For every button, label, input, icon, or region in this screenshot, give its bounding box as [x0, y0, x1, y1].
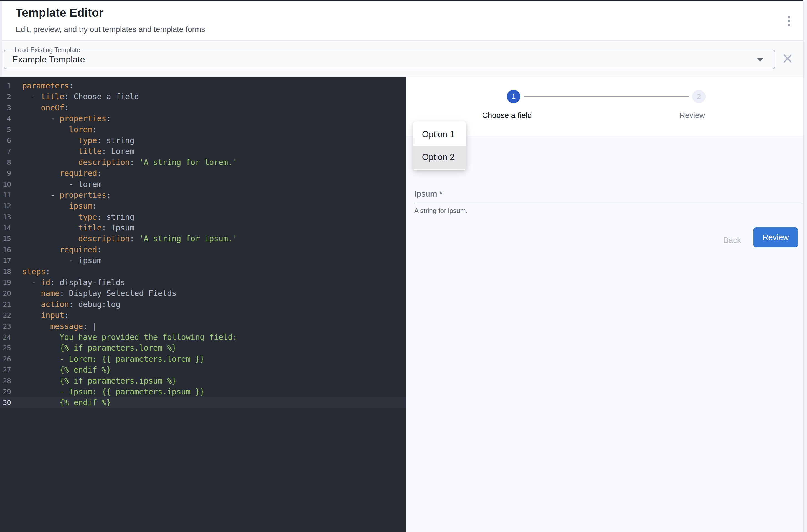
code-segment: {% if parameters.lorem %} — [60, 343, 176, 353]
page-subtitle: Edit, preview, and try out templates and… — [16, 25, 205, 34]
load-template-select[interactable]: Load Existing Template Example Template — [4, 50, 775, 69]
ipsum-helper-text: A string for ipsum. — [414, 207, 467, 215]
code-segment: title — [41, 92, 64, 101]
code-line[interactable]: 22 input: — [0, 310, 406, 321]
code-line[interactable]: 9 required: — [0, 168, 406, 178]
step-circle-2[interactable]: 2 — [692, 90, 706, 103]
line-number: 22 — [0, 310, 11, 321]
more-vert-icon — [788, 20, 790, 22]
line-number: 30 — [0, 397, 11, 408]
code-segment: - Ipsum: {{ parameters.ipsum }} — [60, 387, 205, 396]
menu-option[interactable]: Option 2 — [413, 146, 466, 169]
line-number: 20 — [0, 288, 11, 299]
code-segment: required — [60, 245, 97, 254]
line-number: 11 — [0, 190, 11, 201]
code-text: action: debug:log — [22, 299, 120, 310]
code-line[interactable]: 18steps: — [0, 266, 406, 277]
template-loader-section: Load Existing Template Example Template — [2, 40, 803, 77]
menu-option[interactable]: Option 1 — [413, 123, 466, 146]
code-text: - title: Choose a field — [22, 91, 139, 102]
code-line[interactable]: 21 action: debug:log — [0, 299, 406, 310]
code-segment — [22, 300, 41, 309]
code-line[interactable]: 24 You have provided the following field… — [0, 332, 406, 343]
line-number: 4 — [0, 113, 11, 124]
code-line[interactable]: 12 ipsum: — [0, 201, 406, 211]
code-line[interactable]: 27 {% endif %} — [0, 364, 406, 375]
ipsum-input[interactable] — [414, 204, 803, 204]
code-segment — [22, 234, 78, 243]
code-segment — [22, 103, 41, 112]
code-segment: : display-fields — [50, 278, 125, 287]
code-segment — [22, 147, 78, 156]
code-line[interactable]: 10 - lorem — [0, 179, 406, 190]
code-line[interactable]: 8 description: 'A string for lorem.' — [0, 157, 406, 168]
code-text: - id: display-fields — [22, 277, 125, 288]
code-line[interactable]: 26 - Lorem: {{ parameters.lorem }} — [0, 354, 406, 364]
ipsum-field-label: Ipsum * — [414, 189, 443, 198]
page-header: Template Editor Edit, preview, and try o… — [2, 1, 803, 40]
code-segment: : — [64, 311, 69, 320]
code-line[interactable]: 30 {% endif %} — [0, 397, 406, 408]
code-text: lorem: — [22, 124, 97, 135]
page-title: Template Editor — [16, 6, 103, 19]
step-label-2: Review — [648, 111, 736, 120]
code-text: You have provided the following field: — [22, 332, 237, 343]
code-segment — [22, 125, 69, 134]
code-editor[interactable]: 1parameters:2 - title: Choose a field3 o… — [0, 77, 406, 532]
step-label-1: Choose a field — [463, 111, 551, 120]
line-number: 3 — [0, 102, 11, 113]
review-button[interactable]: Review — [753, 227, 798, 247]
code-text: {% endif %} — [22, 397, 111, 408]
code-segment: message — [50, 322, 83, 331]
code-segment: 'A string for lorem.' — [139, 158, 237, 167]
code-segment — [22, 332, 60, 342]
code-segment: : string — [97, 212, 134, 222]
code-line[interactable]: 20 name: Display Selected Fields — [0, 288, 406, 299]
options-dropdown-menu: Option 1Option 2 — [413, 121, 466, 170]
line-number: 25 — [0, 343, 11, 354]
code-line[interactable]: 19 - id: display-fields — [0, 277, 406, 288]
back-button[interactable]: Back — [710, 232, 754, 248]
code-segment: lorem — [69, 125, 92, 134]
code-line[interactable]: 6 type: string — [0, 135, 406, 146]
code-line[interactable]: 23 message: | — [0, 321, 406, 332]
code-segment — [22, 322, 50, 331]
code-line[interactable]: 1parameters: — [0, 80, 406, 91]
more-options-button[interactable] — [784, 12, 794, 30]
clear-template-button[interactable] — [780, 51, 795, 66]
code-line[interactable]: 16 required: — [0, 244, 406, 255]
code-segment: ipsum — [69, 202, 92, 210]
scrollbar-track[interactable] — [803, 0, 807, 532]
more-vert-icon — [788, 16, 790, 18]
code-line[interactable]: 28 {% if parameters.ipsum %} — [0, 376, 406, 386]
code-line[interactable]: 29 - Ipsum: {{ parameters.ipsum }} — [0, 386, 406, 397]
code-segment: - ipsum — [22, 256, 102, 265]
code-line[interactable]: 7 title: Lorem — [0, 146, 406, 157]
code-text: - Ipsum: {{ parameters.ipsum }} — [22, 386, 205, 397]
code-segment: : — [64, 103, 69, 112]
code-line[interactable]: 15 description: 'A string for ipsum.' — [0, 233, 406, 244]
code-text: {% endif %} — [22, 364, 111, 375]
code-line[interactable]: 11 - properties: — [0, 190, 406, 201]
code-segment: - — [22, 114, 60, 123]
step-circle-1[interactable]: 1 — [507, 90, 520, 103]
code-line[interactable]: 17 - ipsum — [0, 255, 406, 266]
code-text: description: 'A string for ipsum.' — [22, 233, 237, 244]
code-segment — [22, 212, 78, 222]
code-segment: 'A string for ipsum.' — [139, 234, 237, 243]
code-text: - ipsum — [22, 255, 102, 266]
code-text: steps: — [22, 266, 50, 277]
code-line[interactable]: 2 - title: Choose a field — [0, 91, 406, 102]
code-line[interactable]: 25 {% if parameters.lorem %} — [0, 343, 406, 354]
code-line[interactable]: 3 oneOf: — [0, 102, 406, 113]
code-line[interactable]: 13 type: string — [0, 212, 406, 223]
code-segment — [22, 387, 60, 396]
code-line[interactable]: 4 - properties: — [0, 113, 406, 124]
line-number: 27 — [0, 364, 11, 375]
code-segment — [22, 289, 41, 298]
line-number: 12 — [0, 201, 11, 211]
code-line[interactable]: 5 lorem: — [0, 124, 406, 135]
line-number: 9 — [0, 168, 11, 178]
code-segment: properties — [60, 191, 107, 200]
code-line[interactable]: 14 title: Ipsum — [0, 223, 406, 233]
